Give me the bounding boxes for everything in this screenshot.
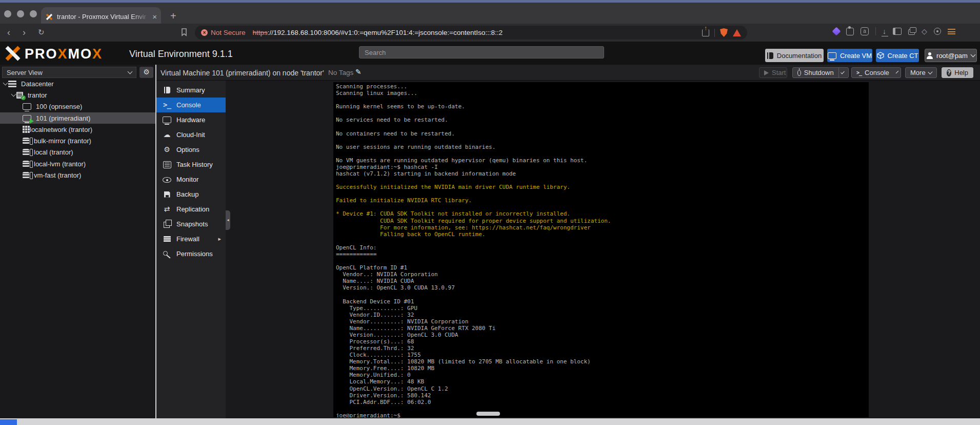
power-icon — [797, 70, 801, 76]
vm-menu-item-permissions[interactable]: Permissions — [156, 246, 226, 261]
tab-overview-icon[interactable] — [908, 29, 915, 35]
console-button[interactable]: >_ Console — [851, 67, 901, 78]
terminal-line: Clock..........: 1755 — [336, 352, 869, 358]
terminal-line — [336, 190, 869, 197]
vm-menu-item-backup[interactable]: Backup — [156, 187, 226, 202]
storage-icon — [23, 138, 29, 144]
url-text: https://192.168.68.100:8006/#v1:0:=qemu%… — [253, 29, 698, 36]
tree-item-label: Datacenter — [21, 80, 54, 88]
terminal-icon: >_ — [163, 101, 171, 109]
expander-chevron-icon[interactable] — [2, 83, 8, 85]
menu-hamburger-icon[interactable] — [948, 29, 955, 34]
new-tab-button[interactable]: + — [170, 10, 176, 22]
window-close-button[interactable] — [4, 10, 11, 17]
tree-item-bulk-mirror-trantor[interactable]: bulk-mirror (trantor) — [0, 135, 155, 146]
help-button[interactable]: ? Help — [942, 67, 973, 78]
terminal-line: Vendor.........: NVIDIA Corporation — [336, 318, 869, 325]
vm-menu-item-summary[interactable]: Summary — [156, 83, 226, 98]
create-ct-button[interactable]: Create CT — [876, 49, 919, 62]
diamond-outline-icon[interactable]: ◇ — [922, 28, 927, 35]
tree-item-100-opnsense[interactable]: 100 (opnsense) — [0, 101, 155, 112]
vm-menu-item-snapshots[interactable]: Snapshots — [156, 217, 226, 231]
sidebar-panel-icon[interactable] — [893, 28, 902, 35]
screen: trantor - Proxmox Virtual Envir × + ‹ › … — [0, 0, 980, 425]
terminal-line: Successfully initialized the NVIDIA main… — [336, 184, 869, 190]
window-minimize-button[interactable] — [17, 10, 24, 17]
create-vm-button[interactable]: Create VM — [827, 49, 872, 62]
more-button[interactable]: More — [905, 67, 937, 78]
search-input[interactable] — [359, 46, 604, 59]
chevron-down-icon — [128, 69, 133, 74]
cube-icon — [877, 52, 884, 59]
share-icon[interactable] — [702, 29, 709, 36]
brand-accent-letter: X — [58, 46, 68, 62]
terminal-line: hashcat (v7.1.2) starting in backend inf… — [336, 170, 869, 177]
documentation-button[interactable]: Documentation — [765, 49, 824, 62]
warning-triangle-icon[interactable] — [733, 29, 741, 36]
book-icon — [767, 52, 773, 59]
reload-icon[interactable]: ↻ — [38, 27, 45, 38]
shutdown-button[interactable]: Shutdown — [792, 67, 849, 78]
tree-item-101-primeradiant[interactable]: 101 (primeradiant) — [0, 112, 155, 124]
forward-icon[interactable]: › — [23, 27, 26, 38]
back-icon[interactable]: ‹ — [7, 27, 10, 38]
tree-item-label: 100 (opnsense) — [36, 103, 82, 110]
not-secure-icon: × — [201, 29, 208, 36]
terminal-line — [336, 405, 869, 412]
tree-item-vm-fast-trantor[interactable]: vm-fast (trantor) — [0, 169, 155, 181]
tree-item-datacenter[interactable]: Datacenter — [0, 78, 155, 89]
address-bar[interactable]: × Not Secure https://192.168.68.100:8006… — [195, 26, 747, 40]
desktop-blue-element — [0, 419, 17, 425]
brand-wordmark: PROXMOX — [25, 46, 103, 62]
terminal-line — [336, 291, 869, 298]
gear-icon: ⚙ — [163, 146, 171, 153]
vm-menu-item-console[interactable]: >_Console — [156, 98, 226, 112]
terminal-line — [336, 150, 869, 157]
chevron-down-icon[interactable] — [841, 70, 845, 74]
edit-tags-pencil-icon[interactable]: ✎ — [355, 68, 362, 76]
tab-close-icon[interactable]: × — [152, 13, 157, 21]
expander-chevron-icon[interactable] — [10, 94, 16, 96]
extensions-icon[interactable] — [846, 28, 854, 35]
vm-menu-item-monitor[interactable]: Monitor — [156, 172, 226, 187]
version-subtitle: Virtual Environment 9.1.1 — [129, 49, 233, 60]
console-scrollbar-handle[interactable] — [476, 412, 500, 416]
vm-menu-item-replication[interactable]: ⇄Replication — [156, 202, 226, 217]
tree-item-local-trantor[interactable]: local (trantor) — [0, 147, 155, 158]
rewards-gem-icon[interactable] — [832, 27, 841, 36]
user-menu-button[interactable]: root@pam — [925, 49, 977, 62]
user-icon — [927, 52, 933, 59]
resource-tree-panel: Server View ⚙ Datacentertrantor100 (opns… — [0, 65, 155, 418]
view-mode-select[interactable]: Server View — [2, 67, 136, 78]
terminal-line — [336, 177, 869, 184]
terminal-line: ============ — [336, 251, 869, 258]
vm-menu-item-cloud-init[interactable]: ☁Cloud-Init — [156, 127, 226, 142]
tree-settings-button[interactable]: ⚙ — [139, 67, 153, 78]
start-button[interactable]: Start — [759, 67, 787, 78]
terminal-line — [336, 204, 869, 210]
list-icon — [163, 161, 171, 168]
tree-item-localnetwork-trantor[interactable]: localnetwork (trantor) — [0, 124, 155, 135]
server-icon — [8, 81, 16, 87]
vm-menu-item-task-history[interactable]: Task History — [156, 157, 226, 172]
vm-menu-item-options[interactable]: ⚙Options — [156, 142, 226, 157]
brave-shield-icon[interactable] — [720, 28, 728, 37]
boxed-a-icon[interactable]: a — [861, 27, 869, 35]
chevron-down-icon[interactable] — [895, 70, 898, 73]
vm-menu-item-hardware[interactable]: Hardware — [156, 112, 226, 127]
panel-collapse-handle[interactable]: ◂ — [226, 210, 230, 230]
vnc-console[interactable]: Scanning processes...Scanning linux imag… — [333, 82, 869, 417]
terminal-line: OpenCL.Version.: OpenCL C 1.2 — [336, 385, 869, 392]
target-circle-icon[interactable] — [934, 28, 941, 35]
vm-menu-item-firewall[interactable]: Firewall▸ — [156, 231, 226, 246]
window-zoom-button[interactable] — [30, 10, 37, 17]
downloads-icon[interactable]: ↓ — [883, 28, 886, 35]
bookmark-icon[interactable] — [181, 28, 188, 37]
cloud-icon: ☁ — [163, 131, 171, 139]
terminal-line — [336, 96, 869, 103]
vm-menu-item-label: Cloud-Init — [176, 131, 205, 139]
tree-item-local-lvm-trantor[interactable]: local-lvm (trantor) — [0, 158, 155, 169]
storage-icon — [23, 172, 29, 179]
tree-item-trantor[interactable]: trantor — [0, 89, 155, 101]
vm-menu-item-label: Task History — [176, 161, 213, 168]
